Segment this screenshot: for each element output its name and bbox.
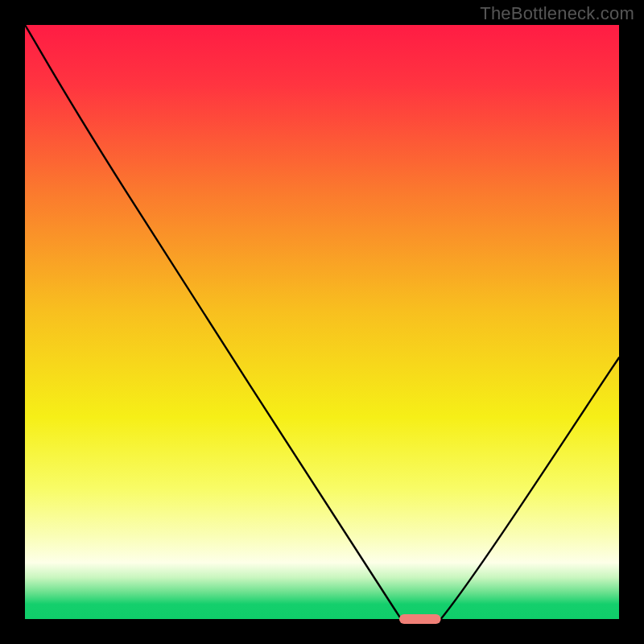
chart-frame: TheBottleneck.com (0, 0, 644, 644)
bottleneck-chart (0, 0, 644, 644)
optimal-marker (399, 614, 441, 624)
gradient-background (25, 25, 619, 619)
watermark-label: TheBottleneck.com (480, 3, 634, 24)
